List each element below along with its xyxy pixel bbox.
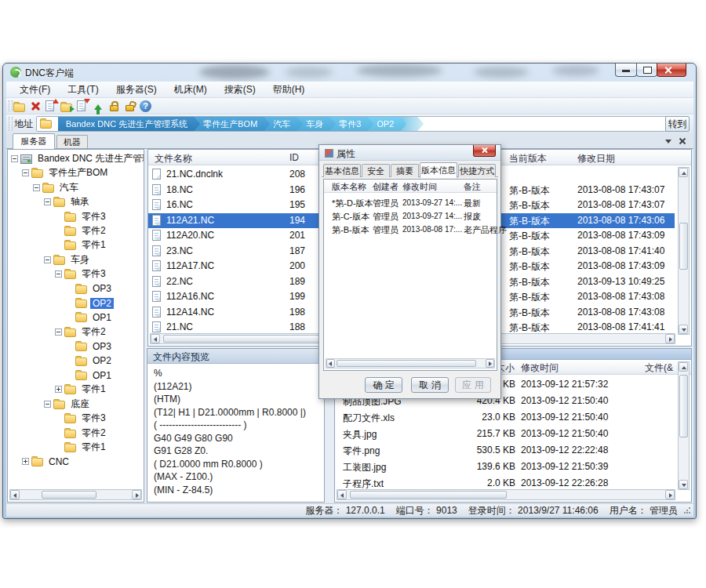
help-icon[interactable]: ? (138, 99, 153, 114)
delete-icon[interactable] (28, 99, 43, 114)
tree-item-Bandex DNC 先进生产管理系统[interactable]: Bandex DNC 先进生产管理系统 (8, 152, 144, 165)
collapse-expander-icon[interactable] (44, 256, 51, 263)
breadcrumb-segment-4[interactable]: 零件3 (329, 116, 373, 132)
attachment-row-配刀文件.xls[interactable]: 配刀文件.xls23.0 KB2013-09-12 21:50:40 (335, 410, 677, 426)
scroll-right-button[interactable] (486, 359, 494, 368)
tree-item-OP3[interactable]: OP3 (8, 339, 114, 353)
menu-item-4[interactable]: 搜索(S) (216, 82, 264, 98)
close-button[interactable] (657, 64, 686, 77)
dialog-tab-版本信息[interactable]: 版本信息 (420, 162, 457, 178)
title-bar[interactable]: DNC客户端 (3, 64, 696, 82)
scroll-left-button[interactable] (151, 334, 160, 343)
tree-item-零件3[interactable]: 零件3 (8, 412, 108, 425)
column-header-file[interactable]: 文件(& (645, 361, 673, 375)
attachment-row-工装图.jpg[interactable]: 工装图.jpg139.6 KB2013-09-12 21:50:39 (335, 459, 677, 476)
scroll-thumb[interactable] (337, 360, 476, 367)
column-header-date[interactable]: 修改日期 (577, 152, 615, 165)
tree-item-零件3[interactable]: 零件3 (8, 267, 108, 281)
tree-item-汽车[interactable]: 汽车 (8, 181, 81, 194)
apply-button[interactable]: 应 用 (455, 377, 491, 393)
tree-item-OP1[interactable]: OP1 (8, 310, 114, 324)
dialog-title-bar[interactable]: 属性 (319, 145, 500, 161)
dialog-tab-快捷方式[interactable]: 快捷方式 (458, 164, 496, 177)
lock-icon[interactable] (107, 99, 122, 114)
breadcrumb-segment-1[interactable]: 零件生产BOM (194, 116, 270, 132)
dialog-column-备注[interactable]: 备注 (464, 181, 481, 193)
dialog-close-button[interactable] (473, 145, 496, 157)
menu-item-1[interactable]: 工具(T) (59, 82, 107, 98)
menu-item-2[interactable]: 服务器(S) (107, 82, 166, 98)
dialog-version-row-2[interactable]: 第-B-版本管理员2013-08-08 17:...老产品程序 (324, 223, 497, 236)
tree-item-车身[interactable]: 车身 (8, 253, 92, 267)
file-list-vertical-scrollbar[interactable] (678, 167, 690, 335)
tree-item-零件1[interactable]: 零件1 (8, 383, 108, 396)
column-header-version[interactable]: 当前版本 (509, 152, 547, 165)
dock-menu-button[interactable] (664, 136, 673, 146)
tree-item-底座[interactable]: 底座 (8, 397, 92, 411)
scroll-left-button[interactable] (10, 490, 20, 499)
tree-item-OP1[interactable]: OP1 (8, 368, 114, 382)
scroll-thumb[interactable] (42, 491, 96, 499)
attachment-horizontal-scrollbar[interactable] (337, 489, 675, 500)
ok-button[interactable]: 确 定 (365, 377, 402, 393)
scroll-up-button[interactable] (679, 168, 688, 177)
scroll-down-button[interactable] (679, 480, 688, 489)
column-header-name[interactable]: 文件名称 (155, 152, 192, 165)
resize-grip[interactable] (683, 506, 691, 514)
tab-机器[interactable]: 机器 (56, 135, 88, 148)
upload-file-icon[interactable] (44, 99, 59, 114)
tree-item-零件2[interactable]: 零件2 (8, 224, 108, 238)
tree-item-零件1[interactable]: 零件1 (8, 238, 108, 252)
dock-close-button[interactable] (678, 136, 687, 146)
attachment-row-夹具.jpg[interactable]: 夹具.jpg215.7 KB2013-09-12 21:50:40 (335, 426, 677, 443)
tree-item-零件1[interactable]: 零件1 (8, 441, 108, 454)
menu-item-5[interactable]: 帮助(H) (264, 82, 314, 98)
column-header-id[interactable]: ID (289, 152, 299, 163)
attachment-row-零件.png[interactable]: 零件.png530.5 KB2013-09-12 22:22:48 (335, 443, 677, 459)
tree-item-CNC[interactable]: CNC (8, 455, 71, 468)
address-input[interactable]: Bandex DNC 先进生产管理系统零件生产BOM汽车车身零件3OP2 (36, 116, 673, 132)
dialog-version-row-0[interactable]: *第-D-版本管理员2013-09-27 14:...最新 (324, 196, 497, 209)
scroll-left-button[interactable] (326, 359, 335, 368)
expand-expander-icon[interactable] (55, 386, 62, 393)
checkin-folder-icon[interactable] (60, 99, 75, 114)
menu-item-3[interactable]: 机床(M) (166, 82, 216, 98)
restore-button[interactable] (636, 64, 657, 77)
tree-item-OP2[interactable]: OP2 (8, 354, 114, 368)
dialog-tab-摘要[interactable]: 摘要 (391, 164, 419, 177)
tree-item-零件生产BOM[interactable]: 零件生产BOM (8, 166, 110, 180)
dialog-column-创建者[interactable]: 创建者 (373, 181, 398, 193)
scroll-thumb[interactable] (679, 375, 688, 437)
scroll-right-button[interactable] (665, 490, 675, 499)
collapse-expander-icon[interactable] (22, 169, 29, 176)
dialog-tab-安全[interactable]: 安全 (362, 164, 390, 177)
dialog-tab-基本信息[interactable]: 基本信息 (323, 164, 361, 177)
dialog-version-row-1[interactable]: 第-C-版本管理员2013-09-27 14:...报废 (324, 209, 497, 223)
go-button[interactable]: 转到 (665, 116, 690, 132)
column-header-time[interactable]: 修改时间 (521, 361, 559, 375)
dialog-column-修改时间[interactable]: 修改时间 (402, 181, 437, 193)
scroll-left-button[interactable] (337, 490, 347, 499)
scroll-right-button[interactable] (132, 490, 141, 499)
tree-item-零件2[interactable]: 零件2 (8, 426, 108, 440)
collapse-expander-icon[interactable] (55, 270, 62, 278)
tree-item-零件2[interactable]: 零件2 (8, 325, 108, 339)
new-folder-icon[interactable] (13, 99, 27, 114)
attachment-vertical-scrollbar[interactable] (678, 361, 690, 490)
unlock-icon[interactable] (122, 99, 137, 114)
download-file-icon[interactable] (75, 99, 90, 114)
menu-item-0[interactable]: 文件(F) (11, 82, 59, 98)
collapse-expander-icon[interactable] (44, 401, 51, 408)
scroll-down-button[interactable] (679, 325, 688, 334)
send-icon[interactable] (91, 99, 106, 114)
cancel-button[interactable]: 取 消 (411, 377, 449, 393)
scroll-thumb[interactable] (679, 223, 688, 270)
scroll-thumb[interactable] (350, 491, 507, 499)
collapse-expander-icon[interactable] (33, 184, 40, 191)
collapse-expander-icon[interactable] (55, 328, 62, 336)
tab-服务器[interactable]: 服务器 (13, 133, 55, 149)
scroll-right-button[interactable] (665, 334, 675, 343)
dialog-column-版本名称[interactable]: 版本名称 (332, 181, 366, 193)
tree-horizontal-scrollbar[interactable] (9, 489, 142, 500)
tree-item-零件3[interactable]: 零件3 (8, 210, 108, 223)
